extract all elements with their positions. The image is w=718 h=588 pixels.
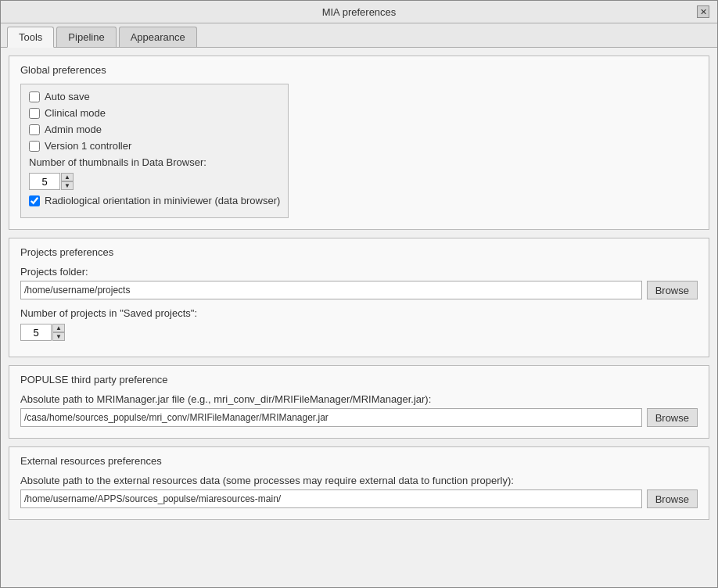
projects-folder-browse-btn[interactable]: Browse — [647, 281, 698, 299]
mri-manager-browse-btn[interactable]: Browse — [647, 408, 698, 427]
close-button[interactable]: ✕ — [697, 5, 709, 18]
saved-projects-down-btn[interactable]: ▼ — [52, 332, 65, 341]
title-bar: MIA preferences ✕ — [1, 1, 717, 23]
mri-manager-browse-row: Browse — [20, 408, 698, 427]
external-resources-browse-row: Browse — [20, 489, 698, 508]
saved-projects-spinner-buttons: ▲ ▼ — [52, 324, 65, 341]
version1-row: Version 1 controller — [29, 140, 280, 152]
thumbnails-down-btn[interactable]: ▼ — [61, 181, 74, 190]
thumbnails-label: Number of thumbnails in Data Browser: — [29, 156, 280, 168]
main-window: MIA preferences ✕ Tools Pipeline Appeara… — [0, 0, 718, 588]
thumbnails-up-btn[interactable]: ▲ — [61, 173, 74, 181]
external-resources-browse-btn[interactable]: Browse — [647, 489, 698, 508]
external-resources-section: External resources preferences Absolute … — [9, 446, 709, 520]
populse-title: POPULSE third party preference — [20, 374, 698, 385]
tab-bar: Tools Pipeline Appearance — [1, 23, 717, 48]
auto-save-checkbox[interactable] — [29, 91, 40, 102]
projects-folder-row: Projects folder: Browse — [20, 266, 698, 299]
projects-folder-label: Projects folder: — [20, 266, 698, 278]
saved-projects-input[interactable] — [20, 324, 52, 341]
version1-label: Version 1 controller — [45, 140, 131, 152]
saved-projects-label: Number of projects in "Saved projects": — [20, 307, 698, 319]
mri-manager-label: Absolute path to MRIManager.jar file (e.… — [20, 393, 698, 405]
global-preferences-section: Global preferences Auto save Clinical mo… — [9, 56, 709, 230]
radiological-checkbox[interactable] — [29, 195, 40, 206]
saved-projects-up-btn[interactable]: ▲ — [52, 324, 65, 332]
auto-save-row: Auto save — [29, 91, 280, 102]
global-preferences-title: Global preferences — [20, 64, 698, 76]
tab-pipeline[interactable]: Pipeline — [56, 27, 116, 47]
global-preferences-inner: Auto save Clinical mode Admin mode — [20, 84, 289, 218]
admin-mode-checkbox[interactable] — [29, 124, 40, 135]
thumbnails-spinner-buttons: ▲ ▼ — [61, 173, 74, 190]
tab-appearance[interactable]: Appearance — [119, 27, 197, 47]
projects-folder-browse-row: Browse — [20, 281, 698, 299]
clinical-mode-checkbox[interactable] — [29, 108, 40, 119]
scroll-area[interactable]: Global preferences Auto save Clinical mo… — [1, 48, 717, 587]
external-resources-title: External resources preferences — [20, 455, 698, 467]
clinical-mode-row: Clinical mode — [29, 107, 280, 119]
admin-mode-label: Admin mode — [45, 124, 102, 135]
admin-mode-row: Admin mode — [29, 124, 280, 135]
tab-tools[interactable]: Tools — [7, 27, 54, 48]
projects-preferences-section: Projects preferences Projects folder: Br… — [9, 238, 709, 357]
radiological-label: Radiological orientation in miniviewer (… — [45, 195, 280, 206]
saved-projects-spinner-group: ▲ ▼ — [20, 324, 698, 341]
version1-checkbox[interactable] — [29, 141, 40, 152]
clinical-mode-label: Clinical mode — [45, 107, 106, 119]
populse-section: POPULSE third party preference Absolute … — [9, 365, 709, 439]
main-panel: Tools Pipeline Appearance Global prefere… — [1, 23, 717, 587]
mri-manager-input[interactable] — [20, 408, 642, 427]
external-resources-label: Absolute path to the external resources … — [20, 475, 698, 486]
thumbnails-input[interactable] — [29, 173, 60, 190]
window-title: MIA preferences — [21, 6, 697, 18]
external-resources-input[interactable] — [20, 489, 642, 508]
content-area: Tools Pipeline Appearance Global prefere… — [1, 23, 717, 587]
thumbnails-spinner-group: ▲ ▼ — [29, 173, 280, 190]
projects-folder-input[interactable] — [20, 281, 642, 299]
radiological-row: Radiological orientation in miniviewer (… — [29, 195, 280, 206]
auto-save-label: Auto save — [45, 91, 90, 102]
projects-preferences-title: Projects preferences — [20, 246, 698, 258]
